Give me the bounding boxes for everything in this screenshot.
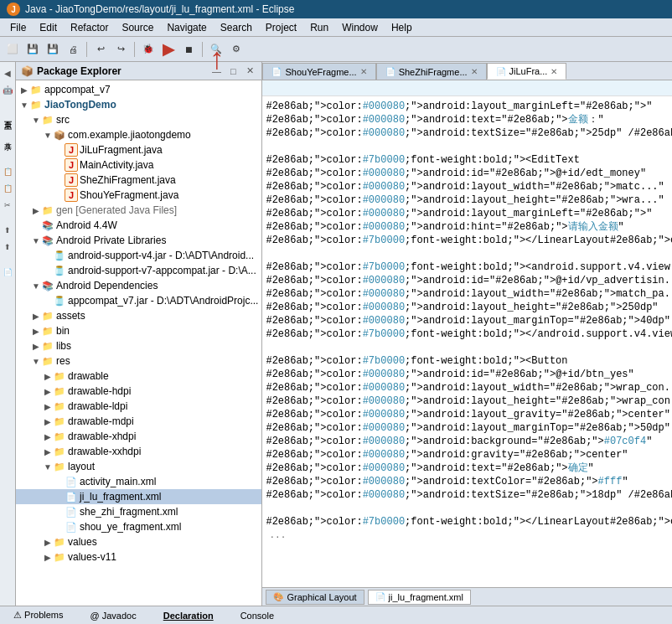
- menu-item-project[interactable]: Project: [259, 20, 303, 35]
- code-line[interactable]: #2e86ab;">color:#7b0000;font-weight:bold…: [262, 234, 672, 247]
- tree-item[interactable]: 🫙android-support-v4.jar - D:\ADT\Android…: [16, 248, 261, 263]
- tree-item[interactable]: JSheZhiFragment.java: [16, 173, 261, 188]
- editor-tab[interactable]: 📄SheZhiFragme...✕: [376, 63, 487, 80]
- code-line[interactable]: #2e86ab;">color:#000080;">android:layout…: [262, 193, 672, 207]
- tree-toggle-icon[interactable]: ▶: [43, 553, 53, 562]
- editor-tab[interactable]: 📄JiLuFra...✕: [487, 63, 567, 80]
- code-line[interactable]: #2e86ab;">color:#000080;">android:layout…: [262, 301, 672, 314]
- sidebar-paste-icon[interactable]: 📋: [0, 181, 15, 196]
- menu-item-navigate[interactable]: Navigate: [160, 20, 213, 35]
- menu-item-window[interactable]: Window: [335, 20, 385, 35]
- editor-tab[interactable]: 📄ShouYeFragme...✕: [262, 63, 375, 80]
- panel-maximize-btn[interactable]: □: [226, 64, 240, 78]
- code-line[interactable]: #2e86ab;">color:#000080;">android:layout…: [262, 408, 672, 421]
- sidebar-nav2-icon[interactable]: ⬆: [0, 240, 15, 255]
- tree-item[interactable]: ▶📁appcompat_v7: [16, 82, 261, 97]
- tree-item[interactable]: ▶📁drawable-xxhdpi: [16, 444, 261, 459]
- sidebar-tab-main[interactable]: 主页: [0, 107, 15, 122]
- code-line[interactable]: #2e86ab;">color:#000080;">android:layout…: [262, 421, 672, 435]
- tree-item[interactable]: 📚Android 4.4W: [16, 218, 261, 233]
- sidebar-back-icon[interactable]: ◀: [0, 65, 15, 80]
- sidebar-cut-icon[interactable]: ✂: [0, 198, 15, 213]
- status-tab-declaration[interactable]: Declaration: [157, 611, 220, 621]
- editor-tab-close[interactable]: ✕: [551, 67, 557, 76]
- code-line[interactable]: #2e86ab;">color:#000080;">android:textCo…: [262, 475, 672, 488]
- tree-toggle-icon[interactable]: ▼: [31, 236, 41, 245]
- tree-item[interactable]: ▶📁drawable-hdpi: [16, 384, 261, 399]
- tree-item[interactable]: 🫙android-support-v7-appcompat.jar - D:\A…: [16, 263, 261, 278]
- tree-item[interactable]: ▶📁drawable: [16, 369, 261, 384]
- tree-toggle-icon[interactable]: ▼: [19, 101, 29, 110]
- editor-tab-close[interactable]: ✕: [471, 67, 478, 76]
- editor-tab-close[interactable]: ✕: [360, 67, 367, 76]
- code-line[interactable]: #2e86ab;">color:#000080;">android:layout…: [262, 287, 672, 301]
- tree-toggle-icon[interactable]: ▼: [31, 357, 41, 366]
- menu-item-search[interactable]: Search: [214, 20, 259, 35]
- tree-item[interactable]: ▼📁res: [16, 353, 261, 369]
- code-line[interactable]: #2e86ab;">color:#000080;">android:gravit…: [262, 448, 672, 462]
- tree-item[interactable]: JShouYeFragment.java: [16, 188, 261, 203]
- code-line[interactable]: #2e86ab;">color:#000080;">android:layout…: [262, 381, 672, 395]
- tree-item[interactable]: 🫙appcompat_v7.jar - D:\ADT\AndroidProjc.…: [16, 293, 261, 308]
- toolbar-btn-print[interactable]: 🖨: [64, 40, 82, 59]
- tree-item[interactable]: 📄ji_lu_fragment.xml: [16, 489, 261, 504]
- menu-item-source[interactable]: Source: [115, 20, 160, 35]
- panel-minimize-btn[interactable]: —: [209, 64, 223, 78]
- tree-item[interactable]: ▶📁drawable-mdpi: [16, 414, 261, 429]
- panel-close-btn[interactable]: ✕: [243, 64, 256, 78]
- tree-item[interactable]: ▼📁JiaoTongDemo: [16, 97, 261, 112]
- tree-toggle-icon[interactable]: ▼: [31, 281, 41, 291]
- toolbar-btn-stop[interactable]: ⏹: [179, 40, 198, 59]
- toolbar-btn-save-all[interactable]: 💾: [44, 40, 62, 59]
- code-line[interactable]: #2e86ab;">color:#7b0000;font-weight:bold…: [262, 153, 672, 167]
- tree-item[interactable]: 📄she_zhi_fragment.xml: [16, 504, 261, 519]
- tree-item[interactable]: ▼📚Android Dependencies: [16, 278, 261, 293]
- tree-toggle-icon[interactable]: ▶: [31, 342, 41, 351]
- sidebar-tab-share[interactable]: 共享: [0, 129, 15, 144]
- editor-bottom-tab[interactable]: 🎨Graphical Layout: [266, 590, 364, 605]
- editor-content[interactable]: #2e86ab;">color:#000080;">android:layout…: [262, 96, 672, 587]
- tree-toggle-icon[interactable]: ▶: [31, 312, 41, 321]
- editor-bottom-tab[interactable]: 📄ji_lu_fragment.xml: [368, 590, 471, 605]
- code-line[interactable]: #2e86ab;">color:#000080;">android:layout…: [262, 100, 672, 113]
- tree-toggle-icon[interactable]: ▶: [43, 538, 53, 547]
- sidebar-nav1-icon[interactable]: ⬆: [0, 223, 15, 238]
- tree-item[interactable]: 📄shou_ye_fragment.xml: [16, 519, 261, 534]
- menu-item-help[interactable]: Help: [385, 20, 419, 35]
- code-line[interactable]: #2e86ab;">color:#000080;">android:hint="…: [262, 220, 672, 234]
- tree-toggle-icon[interactable]: ▼: [31, 116, 41, 125]
- code-line[interactable]: #2e86ab;">color:#000080;">android:layout…: [262, 207, 672, 220]
- menu-item-edit[interactable]: Edit: [33, 20, 64, 35]
- tree-toggle-icon[interactable]: ▶: [43, 447, 53, 456]
- code-line[interactable]: #2e86ab;">color:#000080;">android:text="…: [262, 113, 672, 126]
- tree-toggle-icon[interactable]: ▶: [43, 432, 53, 441]
- menu-item-run[interactable]: Run: [303, 20, 335, 35]
- tree-item[interactable]: ▶📁libs: [16, 338, 261, 353]
- tree-item[interactable]: ▼📁layout: [16, 459, 261, 474]
- sidebar-android-icon[interactable]: 🤖: [0, 82, 15, 97]
- tree-toggle-icon[interactable]: ▼: [43, 462, 53, 472]
- tree-item[interactable]: ▶📁values-v11: [16, 549, 261, 565]
- tree-item[interactable]: ▶📁gen [Generated Java Files]: [16, 203, 261, 218]
- tree-item[interactable]: ▶📁assets: [16, 308, 261, 323]
- sidebar-file-icon[interactable]: 📄: [0, 265, 15, 280]
- code-line[interactable]: #2e86ab;">color:#7b0000;font-weight:bold…: [262, 515, 672, 529]
- code-line[interactable]: #2e86ab;">color:#000080;">android:layout…: [262, 314, 672, 327]
- status-tab-problems[interactable]: ⚠ Problems: [7, 610, 70, 621]
- code-line[interactable]: [262, 341, 672, 354]
- toolbar-btn-undo[interactable]: ↩: [91, 40, 110, 59]
- tree-toggle-icon[interactable]: ▶: [31, 327, 41, 336]
- tree-item[interactable]: ▶📁values: [16, 534, 261, 549]
- tree-toggle-icon[interactable]: ▶: [31, 206, 41, 215]
- code-line[interactable]: #2e86ab;">color:#7b0000;font-weight:bold…: [262, 327, 672, 341]
- status-tab-console[interactable]: Console: [234, 611, 281, 621]
- code-line[interactable]: [262, 140, 672, 153]
- toolbar-btn-debug[interactable]: 🐞: [139, 40, 158, 59]
- code-line[interactable]: #2e86ab;">color:#000080;">android:textSi…: [262, 126, 672, 140]
- tree-item[interactable]: 📄activity_main.xml: [16, 474, 261, 489]
- menu-item-file[interactable]: File: [3, 20, 33, 35]
- tree-toggle-icon[interactable]: ▶: [19, 85, 29, 95]
- toolbar-btn-save[interactable]: 💾: [23, 40, 42, 59]
- toolbar-btn-new[interactable]: ⬜: [3, 40, 22, 59]
- tree-item[interactable]: ▶📁drawable-ldpi: [16, 399, 261, 414]
